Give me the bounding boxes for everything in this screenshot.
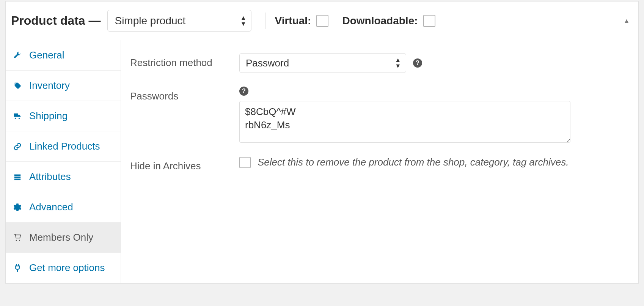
downloadable-checkbox[interactable] [423, 15, 435, 27]
hide-in-archives-label: Hide in Archives [130, 156, 232, 172]
product-data-tabs: General Inventory Shipping [6, 40, 121, 283]
tab-inventory[interactable]: Inventory [6, 71, 121, 101]
plug-icon [13, 264, 22, 272]
tab-content: Restriction method Password ▲▼ ? Passwor… [121, 40, 638, 283]
restriction-method-select[interactable]: Password [239, 53, 406, 73]
downloadable-label: Downloadable: [342, 15, 418, 27]
tab-label: Advanced [29, 201, 73, 213]
virtual-label: Virtual: [275, 15, 311, 27]
tab-label: Linked Products [29, 140, 100, 152]
tab-label: Inventory [29, 80, 70, 91]
tab-label: Attributes [29, 171, 71, 183]
truck-icon [13, 112, 22, 120]
tab-get-more-options[interactable]: Get more options [6, 253, 121, 283]
tab-label: Shipping [29, 110, 68, 122]
product-type-select[interactable]: Simple product [107, 10, 251, 32]
svg-point-0 [16, 240, 17, 241]
tab-general[interactable]: General [6, 40, 121, 71]
restriction-method-label: Restriction method [130, 53, 232, 69]
passwords-label: Passwords [130, 87, 232, 102]
help-icon[interactable]: ? [239, 87, 248, 96]
link-icon [13, 142, 22, 151]
svg-point-1 [19, 240, 20, 241]
virtual-checkbox[interactable] [316, 15, 328, 27]
tab-members-only[interactable]: Members Only [6, 222, 121, 253]
tab-advanced[interactable]: Advanced [6, 192, 121, 222]
panel-collapse-toggle[interactable]: ▲ [623, 17, 630, 25]
hide-in-archives-description: Select this to remove the product from t… [258, 156, 569, 168]
tag-icon [13, 82, 22, 90]
list-icon [13, 173, 22, 181]
tab-label: Members Only [29, 232, 93, 243]
panel-title: Product data — [11, 14, 101, 28]
hide-in-archives-checkbox[interactable] [239, 157, 251, 168]
gear-icon [13, 203, 22, 211]
product-data-panel: Product data — Simple product ▲▼ Virtual… [5, 1, 639, 284]
help-icon[interactable]: ? [413, 58, 422, 68]
panel-header: Product data — Simple product ▲▼ Virtual… [6, 2, 638, 40]
tab-label: Get more options [29, 262, 105, 274]
passwords-textarea[interactable] [239, 101, 570, 143]
tab-shipping[interactable]: Shipping [6, 101, 121, 131]
tab-attributes[interactable]: Attributes [6, 162, 121, 192]
tab-label: General [29, 49, 64, 61]
wrench-icon [13, 51, 22, 60]
tab-linked-products[interactable]: Linked Products [6, 131, 121, 162]
cart-icon [13, 233, 22, 242]
divider [265, 13, 265, 29]
